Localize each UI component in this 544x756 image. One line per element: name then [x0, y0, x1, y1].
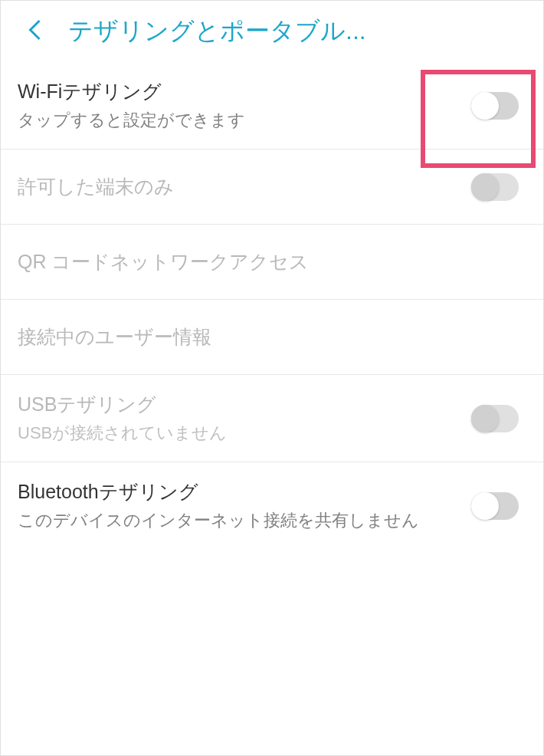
toggle-knob [471, 405, 499, 432]
item-title: Wi-Fiテザリング [18, 79, 471, 104]
item-content: Bluetoothテザリング このデバイスのインターネット接続を共有しません [18, 479, 471, 532]
item-title: USBテザリング [18, 392, 471, 417]
item-title: QR コードネットワークアクセス [18, 249, 519, 274]
back-arrow-icon[interactable] [22, 16, 50, 48]
item-title: 許可した端末のみ [18, 174, 471, 199]
allowed-devices-toggle [471, 173, 519, 201]
toggle-knob [471, 173, 499, 201]
item-title: 接続中のユーザー情報 [18, 324, 519, 350]
header: テザリングとポータブル... [1, 1, 543, 62]
connected-users-item: 接続中のユーザー情報 [1, 300, 543, 375]
bluetooth-tethering-item[interactable]: Bluetoothテザリング このデバイスのインターネット接続を共有しません [1, 462, 543, 549]
usb-tethering-item: USBテザリング USBが接続されていません [1, 375, 543, 462]
toggle-knob [471, 92, 499, 120]
page-title: テザリングとポータブル... [68, 15, 528, 48]
usb-tethering-toggle [471, 405, 519, 432]
wifi-tethering-item[interactable]: Wi-Fiテザリング タップすると設定ができます [1, 62, 543, 150]
item-content: 許可した端末のみ [18, 174, 471, 199]
bluetooth-tethering-toggle[interactable] [471, 492, 519, 520]
item-subtitle: このデバイスのインターネット接続を共有しません [18, 509, 471, 532]
item-subtitle: タップすると設定ができます [18, 109, 471, 132]
item-content: USBテザリング USBが接続されていません [18, 392, 471, 445]
toggle-knob [471, 492, 499, 520]
qr-code-item: QR コードネットワークアクセス [1, 225, 543, 300]
item-content: Wi-Fiテザリング タップすると設定ができます [18, 79, 471, 132]
item-content: 接続中のユーザー情報 [18, 324, 519, 350]
allowed-devices-item: 許可した端末のみ [1, 150, 543, 225]
item-content: QR コードネットワークアクセス [18, 249, 519, 274]
wifi-tethering-toggle[interactable] [471, 92, 519, 120]
item-title: Bluetoothテザリング [18, 479, 471, 505]
item-subtitle: USBが接続されていません [18, 422, 471, 445]
